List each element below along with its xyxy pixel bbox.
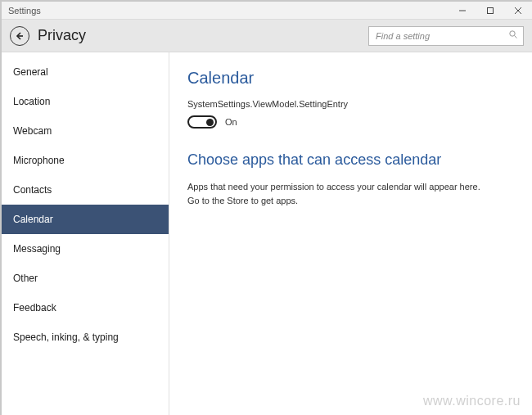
sidebar-item-calendar[interactable]: Calendar (2, 205, 169, 234)
svg-point-5 (510, 31, 515, 36)
sidebar-item-label: Other (13, 273, 38, 284)
sidebar-item-webcam[interactable]: Webcam (2, 116, 169, 146)
apps-subheading: Choose apps that can access calendar (187, 151, 514, 169)
back-arrow-icon (15, 31, 25, 41)
minimize-icon (458, 7, 467, 15)
sidebar-item-label: Feedback (13, 302, 56, 314)
page-title: Privacy (38, 27, 86, 44)
close-button[interactable] (504, 2, 532, 20)
sidebar-item-label: General (13, 66, 48, 78)
window-title: Settings (8, 6, 41, 16)
titlebar: Settings (2, 2, 532, 20)
minimize-button[interactable] (449, 2, 476, 20)
maximize-button[interactable] (476, 2, 504, 20)
content-pane: Calendar SystemSettings.ViewModel.Settin… (169, 52, 532, 415)
search-box[interactable] (368, 26, 524, 46)
maximize-icon (486, 7, 494, 15)
apps-description: Apps that need your permission to access… (187, 180, 490, 207)
header: Privacy (2, 20, 532, 52)
setting-entry-label: SystemSettings.ViewModel.SettingEntry (187, 99, 514, 109)
sidebar-item-label: Location (13, 96, 50, 107)
toggle-knob (206, 119, 214, 126)
sidebar-item-label: Speech, inking, & typing (13, 332, 119, 343)
search-icon (508, 29, 518, 42)
toggle-state-label: On (225, 117, 237, 127)
sidebar-item-label: Microphone (13, 155, 65, 166)
back-button[interactable] (10, 26, 29, 46)
sidebar-item-microphone[interactable]: Microphone (2, 146, 169, 175)
sidebar-item-feedback[interactable]: Feedback (2, 293, 169, 323)
sidebar-item-speech-inking-typing[interactable]: Speech, inking, & typing (2, 323, 169, 352)
sidebar: General Location Webcam Microphone Conta… (2, 52, 169, 415)
section-heading: Calendar (187, 69, 514, 88)
sidebar-item-contacts[interactable]: Contacts (2, 175, 169, 205)
calendar-access-toggle[interactable] (187, 115, 217, 129)
sidebar-item-label: Contacts (13, 184, 52, 196)
watermark: www.wincore.ru (423, 394, 521, 408)
sidebar-item-label: Messaging (13, 243, 61, 255)
sidebar-item-messaging[interactable]: Messaging (2, 234, 169, 264)
sidebar-item-general[interactable]: General (2, 57, 169, 87)
sidebar-item-location[interactable]: Location (2, 87, 169, 116)
svg-line-6 (515, 36, 517, 38)
sidebar-item-other[interactable]: Other (2, 264, 169, 293)
sidebar-item-label: Webcam (13, 125, 52, 137)
close-icon (514, 7, 522, 15)
sidebar-item-label: Calendar (13, 214, 53, 225)
svg-rect-1 (488, 7, 494, 13)
search-input[interactable] (374, 30, 508, 42)
